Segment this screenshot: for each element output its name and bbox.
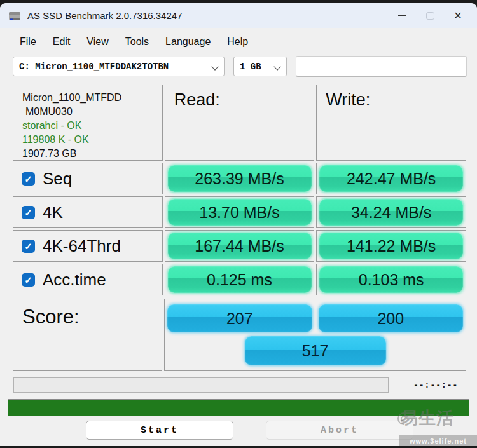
4k64thrd-write-value: 141.22 MB/s (319, 233, 463, 259)
progress-bar (13, 377, 389, 393)
acctime-write-value: 0.103 ms (319, 266, 463, 293)
drive-select[interactable]: C: Micron_1100_MTFDDAK2TOTBN (13, 57, 225, 76)
seq-checkbox[interactable]: ✓ (22, 172, 35, 186)
checkmark-icon: ✓ (24, 174, 32, 184)
4k-write-value: 34.24 MB/s (319, 199, 463, 226)
overall-progress-bar (8, 399, 469, 416)
status-field (296, 56, 467, 77)
header-row: Micron_1100_MTFDD M0MU030 storahci - OK … (13, 85, 466, 161)
4k-checkbox[interactable]: ✓ (22, 206, 35, 219)
drive-model-line2: M0MU030 (22, 105, 156, 119)
4k-write-cell: 34.24 MB/s (316, 196, 466, 228)
row-label-text: 4K-64Thrd (43, 236, 121, 256)
score-row: Score: 207 200 517 (13, 299, 466, 371)
title-bar: AS SSD Benchmark 2.0.7316.34247 ✕ (0, 3, 477, 28)
row-label-4k: ✓ 4K (13, 196, 163, 228)
4k64thrd-checkbox[interactable]: ✓ (22, 240, 35, 253)
menu-edit[interactable]: Edit (45, 34, 79, 50)
drive-model-line1: Micron_1100_MTFDD (22, 91, 156, 105)
controls-row: C: Micron_1100_MTFDDAK2TOTBN 1 GB (13, 56, 467, 77)
hard-drive-icon (8, 10, 22, 22)
acctime-read-value: 0.125 ms (168, 266, 312, 293)
button-row: Start Abort (0, 421, 477, 440)
table-row-seq: ✓ Seq 263.39 MB/s 242.47 MB/s (13, 163, 466, 194)
seq-write-cell: 242.47 MB/s (316, 163, 466, 194)
menu-bar: File Edit View Tools Language Help (0, 28, 477, 53)
drive-info-panel: Micron_1100_MTFDD M0MU030 storahci - OK … (13, 85, 163, 161)
time-remaining: --:--:-- (413, 381, 458, 390)
seq-read-cell: 263.39 MB/s (165, 163, 315, 194)
table-row-acctime: ✓ Acc.time 0.125 ms 0.103 ms (13, 264, 466, 295)
test-size-select[interactable]: 1 GB (233, 57, 287, 76)
progress-row: --:--:-- (13, 377, 464, 393)
close-icon: ✕ (453, 10, 462, 22)
minimize-button[interactable] (388, 5, 416, 27)
total-score-value: 517 (245, 336, 386, 365)
row-label-seq: ✓ Seq (13, 163, 163, 194)
chevron-down-icon (212, 64, 219, 70)
checkmark-icon: ✓ (24, 275, 32, 285)
table-row-4k64thrd: ✓ 4K-64Thrd 167.44 MB/s 141.22 MB/s (13, 230, 466, 262)
minimize-icon (398, 15, 406, 16)
read-column-header: Read: (165, 85, 315, 161)
seq-read-value: 263.39 MB/s (168, 165, 312, 192)
menu-file[interactable]: File (11, 34, 45, 50)
maximize-icon (426, 12, 434, 20)
menu-help[interactable]: Help (219, 34, 256, 50)
driver-status: storahci - OK (22, 119, 156, 133)
4k-read-cell: 13.70 MB/s (165, 196, 315, 228)
menu-view[interactable]: View (78, 34, 116, 50)
4k64thrd-write-cell: 141.22 MB/s (316, 230, 466, 262)
window-title: AS SSD Benchmark 2.0.7316.34247 (27, 10, 183, 21)
menu-tools[interactable]: Tools (117, 34, 157, 50)
4k64thrd-read-cell: 167.44 MB/s (165, 230, 315, 262)
read-score-value: 207 (167, 304, 312, 332)
score-pills-panel: 207 200 517 (164, 299, 466, 371)
row-label-text: Acc.time (43, 270, 106, 290)
acctime-read-cell: 0.125 ms (165, 264, 315, 295)
acctime-checkbox[interactable]: ✓ (22, 273, 35, 287)
chevron-down-icon (275, 64, 281, 70)
score-label: Score: (13, 299, 162, 371)
row-label-text: 4K (43, 203, 63, 222)
row-label-acctime: ✓ Acc.time (13, 264, 163, 295)
checkmark-icon: ✓ (24, 241, 32, 251)
write-column-header: Write: (316, 85, 466, 161)
write-score-value: 200 (319, 304, 464, 332)
table-row-4k: ✓ 4K 13.70 MB/s 34.24 MB/s (13, 196, 466, 228)
menu-language[interactable]: Language (157, 34, 219, 50)
seq-write-value: 242.47 MB/s (319, 165, 463, 192)
abort-button[interactable]: Abort (266, 421, 413, 440)
acctime-write-cell: 0.103 ms (316, 264, 466, 295)
test-size-value: 1 GB (240, 62, 271, 72)
checkmark-icon: ✓ (24, 208, 32, 217)
drive-capacity: 1907.73 GB (22, 147, 156, 161)
app-window: AS SSD Benchmark 2.0.7316.34247 ✕ File E… (0, 3, 477, 446)
maximize-button[interactable] (416, 5, 444, 27)
4k-read-value: 13.70 MB/s (168, 199, 312, 226)
start-button[interactable]: Start (86, 421, 233, 440)
drive-select-value: C: Micron_1100_MTFDDAK2TOTBN (19, 62, 209, 72)
row-label-4k64thrd: ✓ 4K-64Thrd (13, 230, 163, 262)
results-table: Micron_1100_MTFDD M0MU030 storahci - OK … (13, 85, 466, 371)
close-button[interactable]: ✕ (444, 5, 472, 27)
alignment-status: 119808 K - OK (22, 133, 156, 147)
4k64thrd-read-value: 167.44 MB/s (168, 233, 312, 259)
row-label-text: Seq (43, 169, 72, 189)
